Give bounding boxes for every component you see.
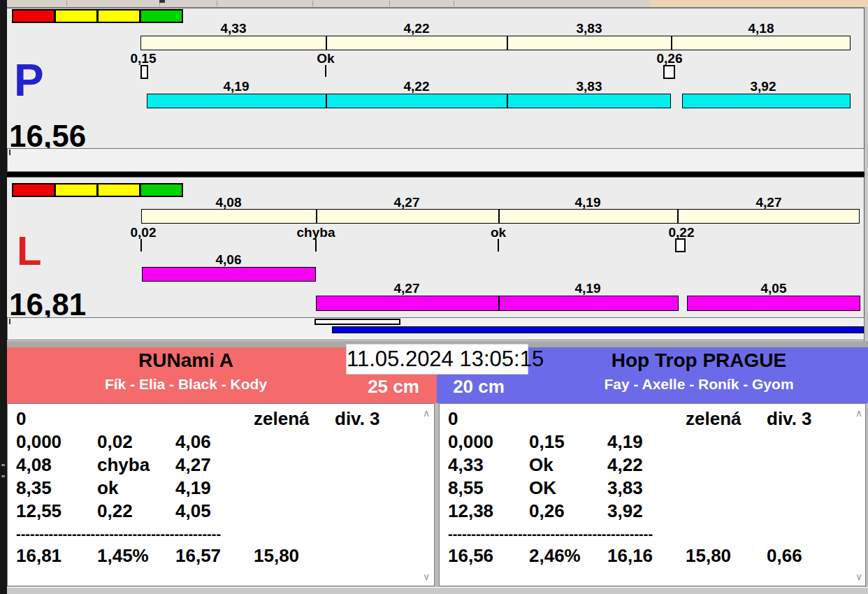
team-members: Fík - Elia - Black - Kody	[7, 376, 365, 393]
status-indicator-yellow	[97, 9, 140, 23]
run-bar-first	[142, 267, 316, 282]
toolbar-separator	[312, 1, 313, 6]
result-cell: 16,81	[16, 546, 62, 565]
edge-mark	[1, 464, 5, 466]
result-cell: 16,57	[175, 546, 221, 565]
result-cell: 4,08	[16, 456, 52, 474]
marker-tick	[325, 65, 326, 77]
result-cell: 0,26	[529, 502, 565, 520]
status-indicator-green	[140, 9, 183, 23]
strip-tick	[9, 150, 10, 155]
penalty-box	[663, 65, 675, 79]
result-cell: 16,16	[607, 546, 653, 565]
results-panel-left[interactable]: 0zelenádiv. 30,0000,024,064,08chyba4,278…	[7, 403, 435, 586]
run-segment-label: 4,19	[549, 281, 626, 296]
plan-segment-label: 4,08	[190, 195, 267, 210]
run-segment-label: 4,19	[198, 79, 275, 94]
result-cell: 12,38	[448, 502, 493, 520]
segment-divider	[507, 94, 508, 108]
result-cell: 0,02	[97, 433, 133, 451]
run-segment-label: 4,27	[368, 281, 445, 296]
result-cell: div. 3	[767, 410, 812, 428]
result-cell: ok	[97, 479, 118, 497]
datetime-display: 11.05.2024 13:05:15	[346, 344, 528, 375]
result-cell: 4,19	[175, 479, 211, 497]
result-cell: 2,46%	[529, 546, 581, 565]
result-cell: zelená	[686, 410, 742, 428]
run-bar	[316, 296, 679, 311]
penalty-box	[140, 65, 148, 79]
segment-divider	[507, 36, 508, 50]
result-cell: 4,27	[175, 456, 211, 474]
app-window: 4,33 4,22 3,83 4,18 0,15 Ok 0,26 4,19 4,…	[0, 0, 868, 594]
toolbar-separator	[217, 1, 217, 6]
toolbar-separator	[66, 1, 67, 6]
top-toolbar-right	[650, 0, 868, 7]
result-cell: div. 3	[335, 410, 380, 428]
right-window-edge	[865, 7, 868, 341]
result-cell: 4,19	[607, 433, 643, 451]
toolbar-separator	[389, 1, 390, 6]
result-cell: zelená	[254, 410, 310, 428]
category-badge: 25 cm	[349, 376, 437, 398]
segment-divider	[316, 210, 317, 223]
marker-tick	[140, 239, 142, 252]
lane-letter: P	[14, 61, 44, 99]
result-cell: 4,05	[175, 502, 211, 520]
result-cell: 8,35	[16, 479, 52, 497]
marker-label: 0,15	[105, 51, 182, 66]
team-members: Fay - Axelle - Roník - Gyom	[520, 376, 868, 393]
status-indicator-green	[140, 183, 183, 197]
team-name: RUNami A	[7, 349, 365, 372]
plan-segment-label: 4,33	[195, 21, 272, 36]
result-cell: 4,22	[607, 456, 643, 474]
penalty-box	[675, 238, 686, 252]
separator-line: ----------------------------------------…	[448, 527, 653, 541]
lane-total-time: 16,56	[9, 121, 86, 152]
plan-bar	[141, 209, 860, 224]
scroll-down-icon[interactable]: ∨	[423, 572, 430, 581]
segment-divider	[671, 36, 672, 50]
plan-segment-label: 4,18	[723, 21, 800, 36]
lane-divider	[7, 172, 865, 177]
marker-label: Ok	[287, 51, 364, 66]
result-cell: chyba	[97, 456, 150, 474]
scroll-up-icon[interactable]: ∧	[855, 408, 862, 418]
result-cell: 1,45%	[97, 546, 149, 565]
scroll-up-icon[interactable]: ∧	[423, 408, 430, 418]
left-window-edge	[0, 0, 7, 594]
result-cell: 0,22	[97, 502, 133, 520]
run-bar-after-gap	[682, 94, 851, 108]
run-segment-label: 3,83	[551, 79, 628, 94]
result-cell: 12,55	[16, 502, 62, 520]
plan-segment-label: 4,27	[730, 195, 807, 210]
plan-segment-label: 4,22	[378, 21, 455, 36]
top-toolbar	[7, 0, 868, 8]
progress-outline-box	[314, 319, 400, 325]
results-panel-right[interactable]: 0zelenádiv. 30,0000,154,194,33Ok4,228,55…	[439, 403, 866, 586]
result-cell: 0,000	[16, 433, 62, 451]
lane-total-time: 16,81	[9, 289, 86, 320]
edge-mark	[1, 475, 5, 477]
strip-tick	[9, 319, 10, 324]
result-cell: 0	[448, 410, 458, 428]
result-cell: OK	[529, 479, 556, 497]
status-indicator-yellow	[55, 9, 98, 23]
plan-bar	[140, 36, 851, 50]
result-cell: 4,33	[448, 456, 484, 474]
result-cell: 0,66	[767, 546, 802, 565]
run-bar-after-gap	[687, 296, 860, 311]
scroll-down-icon[interactable]: ∨	[855, 572, 862, 581]
run-segment-label: 3,92	[725, 79, 802, 94]
result-cell: 8,55	[448, 479, 484, 497]
result-cell: 0	[16, 410, 26, 428]
run-segment-label: 4,22	[378, 79, 455, 94]
result-cell: 0,000	[448, 433, 493, 451]
status-indicator-red	[12, 9, 55, 23]
result-cell: 4,06	[175, 433, 211, 451]
lane-p-footer-strip	[7, 148, 865, 172]
marker-label: 0,02	[105, 225, 182, 240]
plan-segment-label: 4,19	[549, 195, 626, 210]
result-cell: 15,80	[686, 546, 731, 565]
status-indicator-yellow	[97, 183, 140, 197]
